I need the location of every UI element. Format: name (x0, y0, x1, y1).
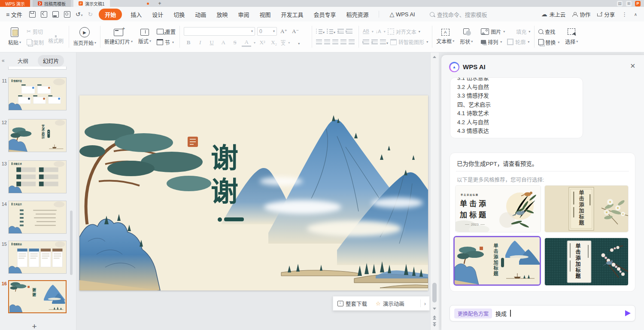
tab-wps-app[interactable]: WPS 演示 (0, 0, 30, 7)
numbered-list-button[interactable]: ▾ (327, 28, 335, 35)
cloud-status-button[interactable]: ☁未上云 (541, 10, 566, 18)
highlight-button[interactable]: ▾ (292, 39, 300, 46)
new-slide-button[interactable]: 新建幻灯片▾ (104, 29, 133, 45)
decrease-indent-button[interactable] (337, 28, 344, 35)
align-center-button[interactable] (324, 38, 330, 46)
apps-grid-icon[interactable]: ⊞ (626, 1, 632, 6)
subscript-button[interactable]: X₂ (269, 39, 279, 46)
increase-font-button[interactable]: A⁺ (279, 28, 289, 35)
command-search-input[interactable]: 查找命令、搜索模板 (430, 10, 487, 18)
font-family-select[interactable]: ▾ (184, 27, 255, 36)
slide-thumbnail-12[interactable]: 12 艺术启示 (0, 119, 76, 153)
scroll-down-icon[interactable] (433, 308, 436, 310)
vertical-text-button[interactable]: ↓A (376, 29, 381, 34)
fill-button[interactable]: 填充▾ (510, 28, 530, 35)
decrease-font-button[interactable]: A⁻ (291, 28, 300, 35)
distribute-button[interactable] (349, 38, 355, 46)
menu-tab-view[interactable]: 视图 (258, 9, 272, 19)
next-slide-icon2[interactable] (433, 324, 436, 327)
character-button[interactable]: A (219, 39, 228, 46)
tab-outline[interactable]: 大纲 (12, 55, 33, 67)
new-tab-button[interactable]: + (158, 0, 161, 6)
strikethrough-button[interactable]: S (230, 39, 240, 46)
cut-button[interactable]: ✂剪切 (27, 28, 44, 35)
menu-tab-animation[interactable]: 动画 (193, 9, 208, 19)
align-right-button[interactable] (332, 38, 338, 46)
more-options-button[interactable]: ⋮ (622, 11, 627, 18)
menu-tab-devtools[interactable]: 开发工具 (279, 9, 305, 19)
add-slide-button[interactable]: + (30, 322, 39, 330)
close-panel-button[interactable]: × (630, 61, 635, 71)
send-button[interactable] (625, 310, 631, 316)
menu-tab-slideshow[interactable]: 放映 (215, 9, 229, 19)
clear-format-button[interactable] (302, 28, 308, 35)
paste-button[interactable]: 粘贴▾ (6, 28, 24, 46)
menu-tab-insert[interactable]: 插入 (129, 9, 143, 19)
to-smartart-button[interactable]: 转智能图形▾ (390, 38, 428, 46)
align-text-button[interactable]: 对齐文本▾ (388, 28, 420, 35)
layout-button[interactable]: 版式▾ (136, 29, 154, 45)
play-from-current-button[interactable]: ▶ 当页开始▾ (73, 27, 96, 46)
slide-thumbnail-11[interactable]: 11 情感抒发 (0, 77, 76, 111)
file-menu[interactable]: ≡ 文件 (4, 9, 24, 19)
export-icon[interactable] (41, 11, 47, 18)
font-color-button[interactable]: A (242, 39, 251, 47)
slide-thumbnail-16-selected[interactable]: 16 谢谢 (0, 280, 76, 314)
notes-icon[interactable]: ▤ (617, 1, 623, 6)
section-button[interactable]: 节▾ (157, 39, 176, 46)
slide-title-text[interactable]: 谢谢 (208, 144, 236, 264)
collapse-ribbon-button[interactable]: ∧ (634, 12, 637, 17)
textbox-button[interactable]: A 文本框▾ (436, 29, 454, 45)
slide-thumbnail-13[interactable]: 13 诗歌艺术 (0, 160, 76, 194)
font-size-select[interactable]: 0▾ (257, 27, 277, 36)
demo-animation-button[interactable]: ☆演示动画 (371, 299, 409, 308)
find-button[interactable]: 查找 (538, 28, 559, 35)
outline-button[interactable]: 轮廓▾ (507, 38, 529, 46)
text-direction-button[interactable]: AB (363, 29, 369, 34)
menu-tab-docer[interactable]: 稻壳资源 (344, 9, 370, 19)
pinyin-guide-button[interactable]: wén文 (281, 39, 286, 46)
slide-thumbnail-14[interactable]: 14 艺术启示 (0, 201, 76, 234)
reset-button[interactable]: 重置 (157, 28, 176, 35)
replace-button[interactable]: 替换▾ (538, 39, 559, 46)
ai-outline-card[interactable]: 3.1 山水意象 3.2 人与自然 3.3 情感抒发 四、艺术启示 4.1 诗歌… (450, 77, 583, 138)
menu-tab-member[interactable]: 会员专享 (312, 9, 337, 19)
menu-tab-transition[interactable]: 切换 (172, 9, 186, 19)
save-icon[interactable] (29, 11, 36, 18)
increase-indent-button[interactable] (346, 28, 352, 35)
share-button[interactable]: 分享 (597, 10, 615, 18)
sidebar-scrollbar[interactable] (70, 211, 73, 275)
download-set-button[interactable]: 整套下载 (333, 299, 371, 308)
canvas-scrollbar[interactable] (430, 52, 439, 330)
slide-thumbnail-15[interactable]: 15 情感表达 (0, 241, 76, 274)
collaborate-button[interactable]: 协作 (572, 10, 590, 18)
italic-button[interactable]: I (195, 39, 205, 46)
justify-button[interactable] (340, 38, 346, 46)
print-preview-icon[interactable] (64, 11, 70, 18)
copy-button[interactable]: 复制 (27, 39, 44, 46)
align-left-button[interactable] (316, 38, 322, 46)
dock-expand-chevron[interactable]: › (421, 300, 429, 307)
menu-tab-home[interactable]: 开始 (99, 9, 122, 20)
print-icon[interactable] (52, 11, 59, 18)
template-option-1[interactable]: 单击添加标题 单击添 加标题 2023 (456, 186, 541, 232)
shapes-button[interactable]: 形状▾ (457, 28, 475, 45)
line-spacing-3-button[interactable]: ▾ (380, 38, 388, 46)
underline-button[interactable]: U (207, 39, 216, 46)
arrange-button[interactable]: 排列▾ (481, 38, 502, 46)
tab-template-store[interactable]: ❯ 找稿亮模板 (33, 0, 71, 7)
template-option-2[interactable]: 单击添加标题 (545, 186, 628, 232)
template-option-4[interactable]: 单击添加标题 (545, 238, 628, 285)
line-spacing-1-button[interactable] (363, 38, 369, 46)
ai-input-bar[interactable]: 更换配色方案 换成 (450, 305, 635, 321)
tab-document[interactable]: P 演示文稿1 (73, 0, 110, 7)
current-slide[interactable]: 谢谢 (79, 95, 428, 290)
bullet-list-button[interactable]: ▾ (316, 28, 325, 35)
menu-tab-wps-ai[interactable]: △ WPS AI (388, 10, 416, 18)
color-scheme-tag[interactable]: 更换配色方案 (454, 309, 492, 318)
undo-button[interactable]: ↺▾ (76, 11, 83, 18)
wps-p-logo-icon[interactable]: P (635, 1, 641, 6)
bold-button[interactable]: B (184, 39, 193, 46)
partial-slide-thumbnail[interactable] (8, 67, 67, 70)
line-spacing-2-button[interactable] (371, 38, 378, 46)
